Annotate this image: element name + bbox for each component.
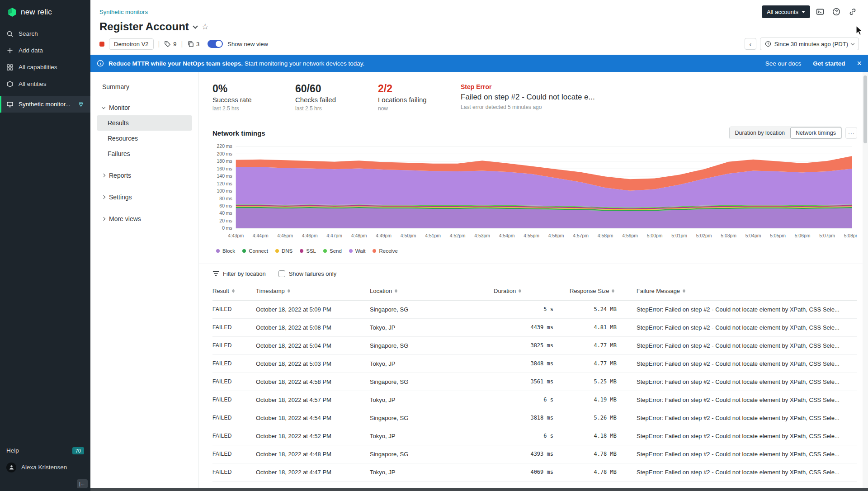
svg-text:4:44pm: 4:44pm bbox=[253, 233, 269, 238]
column-header-response-size[interactable]: Response Size bbox=[560, 288, 637, 294]
table-row[interactable]: FAILED October 18, 2022 at 4:48 PM Singa… bbox=[212, 445, 857, 463]
failure-message-cell: StepError: Failed on step #2 - Could not… bbox=[637, 397, 857, 403]
tags-count[interactable]: 9 bbox=[164, 41, 176, 47]
duration-cell: 5 s bbox=[484, 306, 560, 312]
show-new-view-toggle[interactable] bbox=[208, 40, 223, 48]
table-row[interactable]: FAILED October 18, 2022 at 4:58 PM Singa… bbox=[212, 373, 857, 391]
column-header-location[interactable]: Location bbox=[370, 288, 484, 294]
sort-icon bbox=[395, 289, 397, 293]
subnav-group-monitor[interactable]: Monitor bbox=[97, 100, 192, 115]
see-our-docs-link[interactable]: See our docs bbox=[765, 60, 802, 67]
favorite-star-icon[interactable]: ☆ bbox=[202, 23, 209, 31]
result-cell: FAILED bbox=[212, 433, 256, 439]
time-range-picker[interactable]: Since 30 minutes ago (PDT) bbox=[760, 38, 859, 50]
duration-by-location-button[interactable]: Duration by location bbox=[730, 127, 790, 139]
svg-text:5:05pm: 5:05pm bbox=[770, 233, 786, 238]
new-relic-logo[interactable]: new relic bbox=[0, 0, 90, 25]
subnav-group-more-views[interactable]: More views bbox=[97, 211, 192, 227]
hexagon-icon bbox=[6, 80, 14, 88]
subnav-item-results[interactable]: Results bbox=[97, 115, 192, 131]
sidebar-item-user[interactable]: Alexa Kristensen bbox=[0, 459, 90, 476]
response-size-cell: 5.26 MB bbox=[560, 415, 637, 421]
svg-text:5:02pm: 5:02pm bbox=[696, 233, 712, 238]
results-table: Result Timestamp Location Duration Respo… bbox=[199, 282, 868, 482]
network-timings-button[interactable]: Network timings bbox=[790, 127, 841, 139]
sort-icon bbox=[519, 289, 521, 293]
response-size-cell: 5.24 MB bbox=[560, 306, 637, 312]
sidebar-nav: Search Add data All capabilities All ent… bbox=[0, 25, 90, 113]
terminal-icon bbox=[816, 8, 824, 16]
step-error-sub: Last error detected 5 minutes ago bbox=[461, 104, 854, 110]
close-banner-icon[interactable]: × bbox=[857, 59, 862, 67]
sidebar-item-all-capabilities[interactable]: All capabilities bbox=[0, 59, 90, 76]
plus-icon bbox=[6, 47, 14, 54]
table-row[interactable]: FAILED October 18, 2022 at 5:03 PM Tokyo… bbox=[212, 355, 857, 373]
new-relic-logo-text: new relic bbox=[21, 8, 52, 17]
stat-label: Success rate bbox=[212, 96, 295, 104]
sidebar-item-help[interactable]: Help 70 bbox=[0, 442, 90, 459]
share-link-button[interactable] bbox=[846, 5, 859, 18]
legend-item[interactable]: Connect bbox=[242, 248, 268, 254]
sidebar-item-all-entities[interactable]: All entities bbox=[0, 76, 90, 92]
subnav-group-reports[interactable]: Reports bbox=[97, 168, 192, 183]
table-row[interactable]: FAILED October 18, 2022 at 4:47 PM Tokyo… bbox=[212, 463, 857, 482]
table-row[interactable]: FAILED October 18, 2022 at 5:08 PM Tokyo… bbox=[212, 319, 857, 337]
subnav-item-resources[interactable]: Resources bbox=[97, 131, 192, 146]
pin-icon[interactable] bbox=[78, 101, 84, 108]
legend-label: Block bbox=[222, 248, 235, 254]
sidebar-item-label: All entities bbox=[19, 80, 47, 87]
chart-more-options-button[interactable]: ··· bbox=[845, 127, 857, 139]
sort-icon bbox=[288, 289, 290, 293]
breadcrumb[interactable]: Synthetic monitors bbox=[99, 9, 148, 15]
get-started-link[interactable]: Get started bbox=[813, 60, 845, 67]
legend-item[interactable]: DNS bbox=[275, 248, 292, 254]
svg-text:20 ms: 20 ms bbox=[219, 218, 232, 223]
monitor-subnav: Summary Monitor Results Resources Failur… bbox=[90, 72, 199, 488]
svg-text:5:03pm: 5:03pm bbox=[721, 233, 736, 238]
legend-item[interactable]: Block bbox=[216, 248, 235, 254]
account-chip[interactable]: Demotron V2 bbox=[109, 38, 154, 50]
related-entities-count[interactable]: 3 bbox=[187, 41, 199, 47]
subnav-group-settings[interactable]: Settings bbox=[97, 189, 192, 205]
column-header-duration[interactable]: Duration bbox=[484, 288, 560, 294]
failure-message-cell: StepError: Failed on step #2 - Could not… bbox=[637, 378, 857, 385]
stat-value: 2/2 bbox=[378, 83, 461, 94]
time-back-button[interactable]: ‹ bbox=[745, 38, 756, 50]
table-row[interactable]: FAILED October 18, 2022 at 4:54 PM Singa… bbox=[212, 409, 857, 427]
account-selector[interactable]: All accounts bbox=[762, 5, 810, 18]
filter-by-location-button[interactable]: Filter by location bbox=[212, 270, 266, 277]
legend-item[interactable]: Send bbox=[323, 248, 342, 254]
column-header-timestamp[interactable]: Timestamp bbox=[256, 288, 370, 294]
duration-cell: 4069 ms bbox=[484, 469, 560, 475]
svg-text:5:01pm: 5:01pm bbox=[671, 233, 687, 238]
table-row[interactable]: FAILED October 18, 2022 at 4:57 PM Tokyo… bbox=[212, 391, 857, 409]
svg-text:4:47pm: 4:47pm bbox=[326, 233, 342, 238]
svg-text:4:43pm: 4:43pm bbox=[228, 233, 244, 238]
legend-item[interactable]: Receive bbox=[373, 248, 398, 254]
timestamp-cell: October 18, 2022 at 5:03 PM bbox=[256, 360, 370, 367]
terminal-button[interactable] bbox=[814, 5, 826, 18]
legend-item[interactable]: SSL bbox=[300, 248, 316, 254]
sidebar-item-search[interactable]: Search bbox=[0, 25, 90, 42]
vertical-scrollbar[interactable] bbox=[863, 72, 868, 488]
network-timings-chart[interactable]: 220 ms200 ms180 ms160 ms140 ms120 ms100 … bbox=[212, 143, 857, 246]
table-row[interactable]: FAILED October 18, 2022 at 5:09 PM Singa… bbox=[212, 301, 857, 319]
column-header-result[interactable]: Result bbox=[212, 288, 256, 294]
sidebar-item-add-data[interactable]: Add data bbox=[0, 42, 90, 59]
legend-item[interactable]: Wait bbox=[349, 248, 366, 254]
subnav-item-summary[interactable]: Summary bbox=[97, 79, 192, 94]
table-row[interactable]: FAILED October 18, 2022 at 5:04 PM Singa… bbox=[212, 337, 857, 355]
title-chevron-down-icon[interactable] bbox=[193, 24, 198, 28]
column-header-failure-message[interactable]: Failure Message bbox=[637, 288, 857, 294]
help-button[interactable] bbox=[830, 5, 843, 18]
network-timings-section: Network timings Duration by location Net… bbox=[199, 120, 868, 259]
divider: | bbox=[181, 40, 183, 47]
subnav-item-failures[interactable]: Failures bbox=[97, 146, 192, 161]
sidebar-item-synthetic-monitors[interactable]: Synthetic monitor... bbox=[0, 96, 90, 113]
table-row[interactable]: FAILED October 18, 2022 at 4:52 PM Tokyo… bbox=[212, 427, 857, 445]
show-failures-only-checkbox[interactable] bbox=[278, 270, 285, 277]
show-failures-only-option[interactable]: Show failures only bbox=[278, 270, 337, 277]
scrollbar-thumb[interactable] bbox=[863, 76, 867, 143]
collapse-sidebar-button[interactable]: |← bbox=[77, 479, 88, 488]
step-error-message[interactable]: Failed on step #2 - Could not locate e..… bbox=[461, 93, 854, 102]
